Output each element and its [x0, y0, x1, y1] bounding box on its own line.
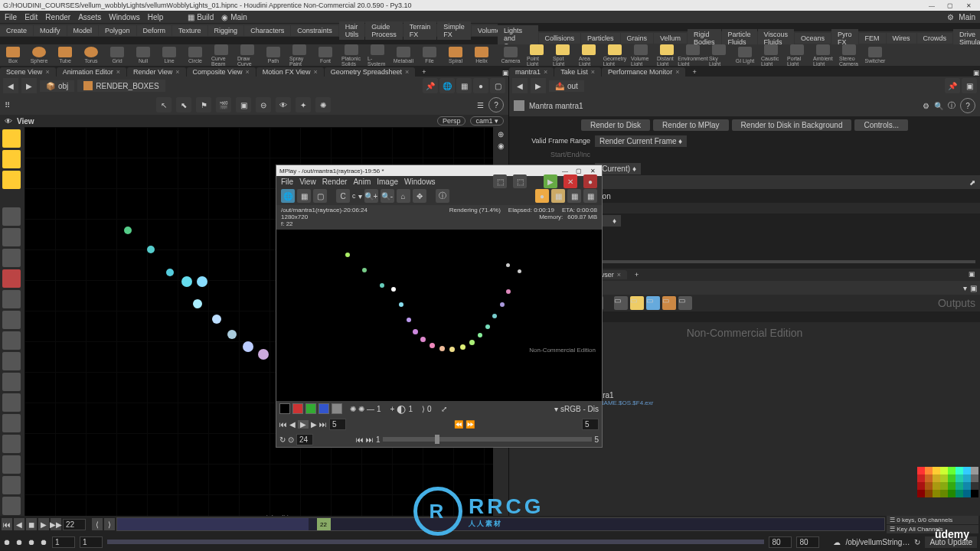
contrast-icon[interactable]: ◐: [397, 403, 406, 415]
tab-composite-view[interactable]: Composite View×: [187, 67, 256, 77]
tl-set2[interactable]: ⟩: [104, 518, 115, 530]
cube-icon[interactable]: ▦: [456, 78, 472, 93]
tool-tube[interactable]: Tube: [55, 47, 75, 64]
tool-portallight[interactable]: Portal Light: [787, 44, 807, 67]
chevron-icon[interactable]: ⟩: [422, 405, 425, 413]
end-frame[interactable]: 5: [582, 419, 599, 430]
drag-icon[interactable]: ☰: [477, 101, 484, 109]
box-icon[interactable]: ▢: [490, 78, 505, 93]
srgb-label[interactable]: sRGB - Dis: [560, 405, 599, 413]
shelf-collisions[interactable]: Collisions: [539, 33, 581, 44]
tool-path[interactable]: Path: [263, 47, 283, 64]
t2-icon[interactable]: [2, 373, 21, 391]
cloud-icon[interactable]: ☁: [833, 538, 841, 546]
note-icon[interactable]: ▭: [630, 296, 644, 310]
tool-vollight[interactable]: Volume Light: [631, 44, 651, 67]
persp-pill[interactable]: Persp: [437, 116, 466, 126]
crumb-renderboxes[interactable]: RENDER_BOXES: [77, 80, 165, 92]
mp-image[interactable]: Image: [377, 178, 398, 186]
shelf-model[interactable]: Model: [67, 25, 99, 36]
lock-icon[interactable]: [2, 228, 21, 246]
globe2-icon[interactable]: 🌐: [281, 189, 295, 203]
mplay-max-button[interactable]: ▢: [573, 167, 585, 174]
flag-icon[interactable]: ⚑: [196, 97, 211, 112]
pal-max-icon[interactable]: ▣: [969, 270, 975, 279]
tool-helix[interactable]: Helix: [472, 47, 492, 64]
star-icon[interactable]: [2, 311, 21, 329]
grip-icon[interactable]: ⠿: [5, 101, 10, 109]
search-icon[interactable]: 🔍: [934, 102, 943, 110]
nav-fwd[interactable]: ▶: [21, 78, 37, 93]
zoom-in-icon[interactable]: 🔍+: [364, 189, 378, 203]
box2-icon[interactable]: ▢: [313, 189, 327, 203]
tool-spraypaint[interactable]: Spray Paint: [289, 44, 309, 67]
tool-pointlight[interactable]: Point Light: [527, 44, 547, 67]
first-icon[interactable]: ⏮: [279, 420, 287, 429]
menu-render[interactable]: Render: [45, 13, 70, 21]
menu-assets[interactable]: Assets: [78, 13, 101, 21]
tri-icon[interactable]: [2, 129, 21, 148]
tool-circle[interactable]: Circle: [185, 47, 205, 64]
seek-bar[interactable]: [383, 437, 593, 442]
shelf-hairutils[interactable]: Hair Utils: [339, 21, 365, 40]
sw-blue[interactable]: [318, 403, 329, 414]
clap-icon[interactable]: ▣: [236, 97, 251, 112]
ptr-icon[interactable]: [2, 207, 21, 226]
tool-switcher[interactable]: Switcher: [865, 47, 885, 64]
shelf-rigging[interactable]: Rigging: [208, 25, 244, 36]
shelf-deform[interactable]: Deform: [137, 25, 172, 36]
info-icon[interactable]: ⓘ: [948, 100, 956, 111]
step-back-icon[interactable]: ⏪: [454, 420, 463, 429]
select-icon[interactable]: ⬉: [176, 97, 191, 112]
window-max-button[interactable]: ▢: [942, 2, 959, 9]
shelf-fem[interactable]: FEM: [859, 33, 886, 44]
tab-render-view[interactable]: Render View×: [127, 67, 186, 77]
mplay-viewport[interactable]: Non-Commercial Edition: [276, 230, 602, 401]
help-icon-r[interactable]: ?: [960, 98, 975, 113]
start-frame-input[interactable]: 1: [52, 536, 75, 548]
shelf-modify[interactable]: Modify: [34, 25, 67, 36]
shelf-guideprocess[interactable]: Guide Process: [365, 21, 403, 40]
tool-distantlight[interactable]: Distant Light: [657, 44, 677, 67]
t4-icon[interactable]: [2, 414, 21, 432]
shelf-oceans[interactable]: Oceans: [795, 33, 831, 44]
tool-torus[interactable]: Torus: [81, 47, 101, 64]
tool-line[interactable]: Line: [159, 47, 179, 64]
perspective-selector[interactable]: ◉ Main: [221, 13, 247, 21]
tab-perfmon[interactable]: Performance Monitor×: [602, 67, 685, 77]
circle-minus-icon[interactable]: ⊖: [256, 97, 271, 112]
render-bg-button[interactable]: Render to Disk in Background: [732, 119, 852, 131]
tab-motionfx-view[interactable]: Motion FX View×: [256, 67, 324, 77]
window-min-button[interactable]: —: [923, 2, 940, 9]
compass-icon[interactable]: ⊕: [498, 130, 504, 139]
tool-causticlight[interactable]: Caustic Light: [761, 44, 781, 67]
seek-end-icon[interactable]: ⏭: [366, 435, 374, 444]
tool3-icon[interactable]: ⤢: [441, 405, 447, 413]
tool-drawcurve[interactable]: Draw Curve: [237, 44, 257, 67]
zoom-out-icon[interactable]: 🔍-: [381, 189, 394, 203]
tab-takelist[interactable]: Take List×: [554, 67, 601, 77]
chevron-down-icon[interactable]: ▾: [358, 192, 362, 201]
sphere-icon[interactable]: ◉: [498, 142, 505, 150]
shelf-characters[interactable]: Characters: [244, 25, 290, 36]
tool-null[interactable]: Null: [133, 47, 153, 64]
dot-icon[interactable]: ●: [473, 78, 488, 93]
tl-next[interactable]: ▶▶: [51, 518, 61, 530]
k4-icon[interactable]: ⏺: [40, 538, 47, 546]
mplay-min-button[interactable]: —: [559, 167, 571, 174]
tool-box[interactable]: Box: [3, 47, 23, 64]
c-button[interactable]: C: [336, 189, 350, 203]
shelf-terrainfx[interactable]: Terrain FX: [403, 21, 437, 40]
quad-icon[interactable]: [2, 171, 21, 189]
tool-curvebeam[interactable]: Curve Beam: [211, 44, 231, 67]
tool-metaball[interactable]: Metaball: [394, 47, 413, 64]
tool-stereocam[interactable]: Stereo Camera: [839, 44, 859, 67]
burst1-icon[interactable]: ✺: [350, 405, 356, 413]
tool-ambientlight[interactable]: Ambient Light: [813, 44, 833, 67]
status-path[interactable]: /obj/vellumString…: [845, 538, 910, 546]
tool-arealight[interactable]: Area Light: [579, 44, 599, 67]
k2-icon[interactable]: ⏺: [15, 538, 23, 546]
rt-icon[interactable]: ⊙: [288, 435, 294, 444]
t8-icon[interactable]: [2, 497, 21, 515]
camera-selector[interactable]: cam1 ▾: [470, 116, 504, 126]
